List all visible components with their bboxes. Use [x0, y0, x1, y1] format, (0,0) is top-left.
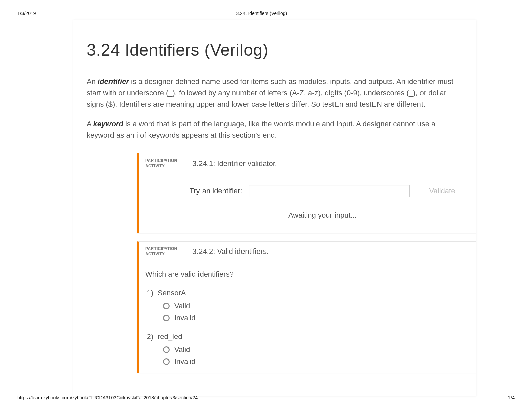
para2-post: is a word that is part of the language, … [87, 120, 435, 139]
question-number: 2) [145, 332, 153, 341]
print-date: 1/3/2019 [17, 11, 36, 16]
activity-header: PARTICIPATION ACTIVITY 3.24.1: Identifie… [139, 153, 476, 174]
option-label: Valid [174, 345, 190, 354]
try-identifier-label: Try an identifier: [190, 187, 242, 195]
activity-body: Which are valid identifiers? 1) SensorA … [139, 262, 476, 373]
print-header-title: 3.24. Identifiers (Verilog) [36, 11, 488, 16]
validate-button[interactable]: Validate [429, 187, 455, 195]
activity-identifier-validator: PARTICIPATION ACTIVITY 3.24.1: Identifie… [137, 153, 476, 233]
para1-post: is a designer-defined name used for item… [87, 77, 453, 108]
try-identifier-row: Try an identifier: Validate [152, 185, 476, 197]
radio-icon [163, 358, 170, 365]
option-invalid[interactable]: Invalid [163, 314, 476, 322]
content-area: 3.24 Identifiers (Verilog) An identifier… [73, 20, 476, 396]
badge-line2: ACTIVITY [145, 252, 192, 257]
activity-header: PARTICIPATION ACTIVITY 3.24.2: Valid ide… [139, 242, 476, 262]
para2-pre: A [87, 120, 93, 128]
question-label: red_led [158, 332, 182, 341]
badge-line1: PARTICIPATION [145, 158, 192, 164]
option-label: Invalid [174, 357, 196, 366]
awaiting-message: Awaiting your input... [152, 211, 476, 220]
question-item-1: 1) SensorA Valid Invalid [145, 289, 476, 322]
option-label: Valid [174, 302, 190, 310]
para1-pre: An [87, 77, 98, 86]
option-valid[interactable]: Valid [163, 345, 476, 354]
option-label: Invalid [174, 314, 196, 322]
radio-icon [163, 315, 170, 321]
option-invalid[interactable]: Invalid [163, 357, 476, 366]
badge-line2: ACTIVITY [145, 164, 192, 169]
participation-badge: PARTICIPATION ACTIVITY [145, 158, 192, 169]
activity-valid-identifiers: PARTICIPATION ACTIVITY 3.24.2: Valid ide… [137, 241, 476, 373]
question-item-2: 2) red_led Valid Invalid [145, 332, 476, 366]
question-number: 1) [145, 289, 153, 298]
page-number: 1/4 [508, 395, 515, 400]
participation-badge: PARTICIPATION ACTIVITY [145, 246, 192, 257]
paragraph-identifier: An identifier is a designer-defined name… [87, 76, 463, 110]
activity-body: Try an identifier: Validate Awaiting you… [139, 174, 476, 233]
radio-icon [163, 346, 170, 353]
question-label: SensorA [158, 289, 186, 298]
radio-icon [163, 303, 170, 309]
print-footer: https://learn.zybooks.com/zybook/FIUCDA3… [17, 395, 515, 400]
question-prompt: Which are valid identifiers? [145, 270, 476, 279]
badge-line1: PARTICIPATION [145, 246, 192, 252]
footer-url: https://learn.zybooks.com/zybook/FIUCDA3… [17, 395, 198, 400]
activity-title: 3.24.2: Valid identifiers. [192, 247, 269, 256]
print-header: 1/3/2019 3.24. Identifiers (Verilog) [17, 11, 515, 16]
para1-bold: identifier [98, 77, 129, 86]
para2-bold: keyword [93, 120, 123, 128]
identifier-input[interactable] [249, 185, 410, 197]
page-title: 3.24 Identifiers (Verilog) [87, 40, 463, 60]
activity-title: 3.24.1: Identifier validator. [192, 159, 277, 168]
option-valid[interactable]: Valid [163, 302, 476, 310]
paragraph-keyword: A keyword is a word that is part of the … [87, 118, 463, 141]
